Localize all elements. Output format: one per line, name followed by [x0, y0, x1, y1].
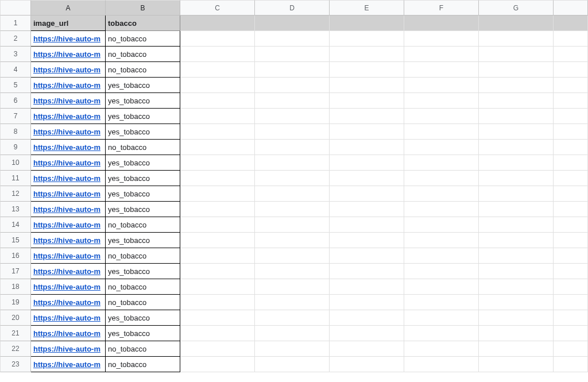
cell-extra8[interactable] — [554, 124, 588, 140]
cell-B23[interactable]: no_tobacco — [106, 357, 180, 372]
cell-F16[interactable] — [404, 248, 479, 264]
cell-G19[interactable] — [479, 295, 554, 310]
cell-A3[interactable]: https://hive-auto-m — [31, 47, 106, 62]
cell-D19[interactable] — [255, 295, 330, 310]
cell-extra21[interactable] — [554, 326, 588, 341]
col-header-G[interactable]: G — [479, 0, 554, 16]
row-header-11[interactable]: 11 — [0, 171, 31, 186]
cell-G16[interactable] — [479, 248, 554, 264]
cell-G18[interactable] — [479, 279, 554, 295]
cell-B18[interactable]: no_tobacco — [106, 279, 180, 295]
cell-D6[interactable] — [255, 93, 330, 109]
cell-C16[interactable] — [180, 248, 255, 264]
cell-C15[interactable] — [180, 233, 255, 248]
cell-G14[interactable] — [479, 217, 554, 233]
cell-A7[interactable]: https://hive-auto-m — [31, 109, 106, 124]
cell-A18[interactable]: https://hive-auto-m — [31, 279, 106, 295]
cell-A4[interactable]: https://hive-auto-m — [31, 62, 106, 78]
row-header-7[interactable]: 7 — [0, 109, 31, 124]
col-header-D[interactable]: D — [255, 0, 330, 16]
row-header-18[interactable]: 18 — [0, 279, 31, 295]
cell-C5[interactable] — [180, 78, 255, 93]
cell-E9[interactable] — [330, 140, 404, 155]
cell-G1[interactable] — [479, 16, 554, 31]
cell-C22[interactable] — [180, 341, 255, 357]
cell-C23[interactable] — [180, 357, 255, 372]
cell-extra23[interactable] — [554, 357, 588, 372]
cell-D18[interactable] — [255, 279, 330, 295]
cell-E22[interactable] — [330, 341, 404, 357]
cell-B8[interactable]: yes_tobacco — [106, 124, 180, 140]
row-header-5[interactable]: 5 — [0, 78, 31, 93]
cell-C8[interactable] — [180, 124, 255, 140]
cell-C10[interactable] — [180, 155, 255, 171]
cell-G7[interactable] — [479, 109, 554, 124]
cell-B16[interactable]: no_tobacco — [106, 248, 180, 264]
cell-D17[interactable] — [255, 264, 330, 279]
cell-C19[interactable] — [180, 295, 255, 310]
cell-A10[interactable]: https://hive-auto-m — [31, 155, 106, 171]
cell-D9[interactable] — [255, 140, 330, 155]
link[interactable]: https://hive-auto-m — [33, 143, 100, 152]
row-header-9[interactable]: 9 — [0, 140, 31, 155]
cell-G23[interactable] — [479, 357, 554, 372]
cell-G9[interactable] — [479, 140, 554, 155]
cell-A12[interactable]: https://hive-auto-m — [31, 186, 106, 202]
cell-F10[interactable] — [404, 155, 479, 171]
row-header-4[interactable]: 4 — [0, 62, 31, 78]
cell-G4[interactable] — [479, 62, 554, 78]
cell-F19[interactable] — [404, 295, 479, 310]
select-all-corner[interactable] — [0, 0, 31, 16]
col-header-C[interactable]: C — [180, 0, 255, 16]
row-header-8[interactable]: 8 — [0, 124, 31, 140]
cell-C11[interactable] — [180, 171, 255, 186]
cell-F22[interactable] — [404, 341, 479, 357]
link[interactable]: https://hive-auto-m — [33, 159, 100, 167]
row-header-13[interactable]: 13 — [0, 202, 31, 217]
cell-F1[interactable] — [404, 16, 479, 31]
cell-B5[interactable]: yes_tobacco — [106, 78, 180, 93]
cell-extra6[interactable] — [554, 93, 588, 109]
cell-F9[interactable] — [404, 140, 479, 155]
link[interactable]: https://hive-auto-m — [33, 329, 100, 338]
cell-extra11[interactable] — [554, 171, 588, 186]
cell-extra18[interactable] — [554, 279, 588, 295]
col-header-A[interactable]: A — [31, 0, 106, 16]
cell-B7[interactable]: yes_tobacco — [106, 109, 180, 124]
row-header-3[interactable]: 3 — [0, 47, 31, 62]
cell-G8[interactable] — [479, 124, 554, 140]
cell-E11[interactable] — [330, 171, 404, 186]
cell-extra15[interactable] — [554, 233, 588, 248]
link[interactable]: https://hive-auto-m — [33, 50, 100, 59]
cell-D11[interactable] — [255, 171, 330, 186]
cell-E15[interactable] — [330, 233, 404, 248]
cell-E18[interactable] — [330, 279, 404, 295]
row-header-14[interactable]: 14 — [0, 217, 31, 233]
cell-G22[interactable] — [479, 341, 554, 357]
cell-G17[interactable] — [479, 264, 554, 279]
cell-G15[interactable] — [479, 233, 554, 248]
cell-extra20[interactable] — [554, 310, 588, 326]
cell-extra22[interactable] — [554, 341, 588, 357]
cell-A14[interactable]: https://hive-auto-m — [31, 217, 106, 233]
cell-B2[interactable]: no_tobacco — [106, 31, 180, 47]
cell-C17[interactable] — [180, 264, 255, 279]
cell-D16[interactable] — [255, 248, 330, 264]
cell-G6[interactable] — [479, 93, 554, 109]
cell-B20[interactable]: yes_tobacco — [106, 310, 180, 326]
cell-F14[interactable] — [404, 217, 479, 233]
cell-F7[interactable] — [404, 109, 479, 124]
cell-A23[interactable]: https://hive-auto-m — [31, 357, 106, 372]
cell-B11[interactable]: yes_tobacco — [106, 171, 180, 186]
link[interactable]: https://hive-auto-m — [33, 128, 100, 136]
cell-E5[interactable] — [330, 78, 404, 93]
cell-D2[interactable] — [255, 31, 330, 47]
cell-extra4[interactable] — [554, 62, 588, 78]
cell-D12[interactable] — [255, 186, 330, 202]
cell-E6[interactable] — [330, 93, 404, 109]
cell-C20[interactable] — [180, 310, 255, 326]
cell-C6[interactable] — [180, 93, 255, 109]
cell-A9[interactable]: https://hive-auto-m — [31, 140, 106, 155]
cell-F11[interactable] — [404, 171, 479, 186]
cell-extra19[interactable] — [554, 295, 588, 310]
